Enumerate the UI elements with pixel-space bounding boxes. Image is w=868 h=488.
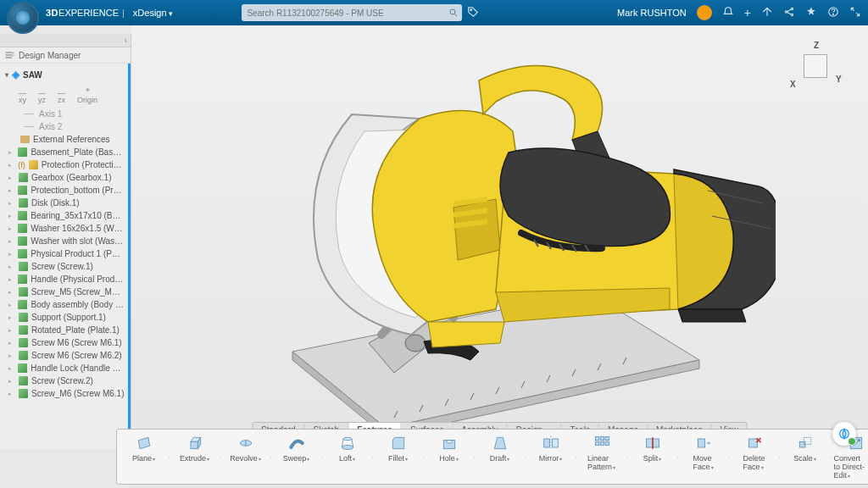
tree-item[interactable]: ▸Screw M6 (Screw M6.2) bbox=[2, 349, 126, 362]
tree-item[interactable]: ▸Body assembly (Body as... bbox=[2, 298, 126, 311]
caret-right-icon[interactable]: ▸ bbox=[8, 162, 14, 169]
tool-split[interactable]: Split▾ bbox=[631, 432, 675, 481]
tree-item[interactable]: ▸Gearbox (Gearbox.1) bbox=[2, 171, 126, 184]
tool-scale[interactable]: Scale▾ bbox=[783, 432, 827, 481]
header-right: Mark RUSHTON + bbox=[617, 5, 861, 20]
tree-item[interactable]: ▸Screw M6 (Screw M6.1) bbox=[2, 336, 126, 349]
svg-rect-60 bbox=[698, 439, 704, 447]
tree-item[interactable]: ▸Screw_M5 (Screw_M5.1) bbox=[2, 286, 126, 298]
caret-right-icon[interactable]: ▸ bbox=[8, 340, 15, 347]
tool-sweep[interactable]: Sweep▾ bbox=[275, 432, 319, 481]
tool-move-face[interactable]: MoveFace▾ bbox=[682, 432, 726, 481]
tree-item[interactable]: ▸Physical Product 1 (Physi... bbox=[2, 247, 126, 260]
tree-item[interactable]: ▸Handle (Physical Product... bbox=[2, 273, 126, 286]
tree-item[interactable]: ▸Bearing_35x17x10 (Beari... bbox=[2, 209, 126, 222]
sweep-icon bbox=[287, 434, 306, 452]
tree-item[interactable]: ▸Screw_M6 (Screw M6.1) bbox=[2, 387, 126, 400]
caret-right-icon[interactable]: ▸ bbox=[8, 200, 15, 207]
origin[interactable]: ⌖Origin bbox=[77, 86, 97, 104]
panel-collapse-bar[interactable]: ‹ bbox=[0, 34, 131, 47]
svg-rect-52 bbox=[595, 437, 598, 441]
tree-item[interactable]: ▸Disk (Disk.1) bbox=[2, 197, 126, 209]
help-icon[interactable] bbox=[827, 6, 839, 20]
caret-right-icon[interactable]: ▸ bbox=[8, 302, 14, 308]
notification-icon[interactable] bbox=[722, 6, 734, 20]
tree-root[interactable]: ▾ ◈ SAW bbox=[2, 67, 126, 82]
caret-right-icon[interactable]: ▸ bbox=[8, 175, 15, 181]
tool-linear-pattern[interactable]: LinearPattern▾ bbox=[580, 432, 624, 481]
axis-y-label: Y bbox=[836, 75, 842, 84]
tool-loft[interactable]: Loft▾ bbox=[326, 432, 370, 481]
caret-right-icon[interactable]: ▸ bbox=[8, 276, 14, 283]
svg-point-26 bbox=[405, 335, 426, 352]
tag-icon[interactable] bbox=[467, 6, 479, 20]
tree-item-label: Rotated_Plate (Plate.1) bbox=[31, 325, 120, 335]
tool-fillet[interactable]: Fillet▾ bbox=[376, 432, 420, 481]
part-icon bbox=[18, 363, 27, 373]
tool-label: Scale▾ bbox=[793, 454, 816, 463]
model-circular-saw[interactable] bbox=[199, 38, 776, 436]
assistant-fab[interactable] bbox=[832, 422, 856, 446]
tool-delete-face[interactable]: DeleteFace▾ bbox=[732, 432, 776, 481]
collaborate-icon[interactable] bbox=[783, 6, 795, 20]
caret-right-icon[interactable]: ▸ bbox=[8, 314, 15, 321]
caret-right-icon[interactable]: ▸ bbox=[8, 251, 14, 258]
caret-right-icon[interactable]: ▸ bbox=[8, 378, 15, 385]
community-icon[interactable] bbox=[805, 6, 817, 20]
tree-item[interactable]: ▸(f)Protection (Protection.1) bbox=[2, 158, 126, 171]
chevron-left-icon[interactable]: ‹ bbox=[125, 36, 127, 45]
compass-logo[interactable] bbox=[7, 2, 39, 34]
tool-hole[interactable]: Hole▾ bbox=[427, 432, 471, 481]
view-triad[interactable]: Z Y X bbox=[785, 42, 844, 102]
svg-rect-55 bbox=[595, 441, 598, 445]
tree-item[interactable]: ▸Washer 16x26x1.5 (Wash... bbox=[2, 222, 126, 235]
tool-extrude[interactable]: Extrude▾ bbox=[173, 432, 217, 481]
tool-draft[interactable]: Draft▾ bbox=[478, 432, 522, 481]
app-switcher[interactable]: xDesign bbox=[133, 8, 173, 18]
tool-label: DeleteFace▾ bbox=[743, 454, 765, 471]
caret-right-icon[interactable]: ▸ bbox=[8, 263, 15, 270]
tree-item[interactable]: ▸Screw (Screw.1) bbox=[2, 260, 126, 273]
svg-line-1 bbox=[455, 14, 458, 17]
3d-viewport[interactable]: Z Y X bbox=[131, 25, 868, 488]
tree-item[interactable]: ▸Support (Support.1) bbox=[2, 311, 126, 324]
axis-1[interactable]: Axis 1 bbox=[2, 108, 126, 120]
tree-item[interactable]: ▸Screw (Screw.2) bbox=[2, 374, 126, 387]
axis-2[interactable]: Axis 2 bbox=[2, 120, 126, 133]
svg-rect-56 bbox=[600, 441, 604, 445]
tree-item[interactable]: ▸Protection_bottom (Prote... bbox=[2, 184, 126, 197]
caret-right-icon[interactable]: ▸ bbox=[8, 352, 15, 359]
caret-right-icon[interactable]: ▸ bbox=[8, 213, 14, 219]
triad-cube[interactable] bbox=[804, 54, 827, 78]
caret-right-icon[interactable]: ▸ bbox=[8, 225, 14, 232]
tree-item[interactable]: ▸Washer with slot (Washer... bbox=[2, 235, 126, 247]
external-references[interactable]: External References bbox=[2, 133, 126, 146]
tree-item[interactable]: ▸Handle Lock (Handle Loc... bbox=[2, 362, 126, 374]
avatar[interactable] bbox=[697, 5, 712, 20]
share-icon[interactable] bbox=[761, 6, 773, 20]
design-manager-icon[interactable] bbox=[3, 49, 15, 61]
tool-revolve[interactable]: Revolve▾ bbox=[224, 432, 268, 481]
assembly-icon: ◈ bbox=[12, 69, 19, 80]
caret-right-icon[interactable]: ▸ bbox=[8, 327, 15, 334]
caret-right-icon[interactable]: ▸ bbox=[8, 187, 14, 194]
user-name[interactable]: Mark RUSHTON bbox=[617, 8, 687, 18]
tree-item[interactable]: ▸Rotated_Plate (Plate.1) bbox=[2, 324, 126, 336]
plane-zx[interactable]: zx bbox=[58, 86, 65, 104]
tree-item-label: Physical Product 1 (Physi... bbox=[31, 249, 125, 258]
expand-icon[interactable] bbox=[849, 6, 861, 20]
search-icon[interactable] bbox=[445, 4, 462, 21]
plane-xy[interactable]: xy bbox=[19, 86, 26, 104]
caret-right-icon[interactable]: ▸ bbox=[8, 365, 14, 372]
tree-item[interactable]: ▸Basement_Plate (Basem... bbox=[2, 146, 126, 158]
search-input[interactable] bbox=[242, 4, 462, 21]
plane-yz[interactable]: yz bbox=[38, 86, 46, 104]
tool-mirror[interactable]: Mirror▾ bbox=[529, 432, 573, 481]
caret-down-icon[interactable]: ▾ bbox=[5, 71, 8, 79]
add-icon[interactable]: + bbox=[744, 6, 751, 19]
caret-right-icon[interactable]: ▸ bbox=[8, 289, 15, 296]
caret-right-icon[interactable]: ▸ bbox=[8, 149, 14, 156]
caret-right-icon[interactable]: ▸ bbox=[8, 391, 15, 397]
tool-plane[interactable]: Plane▾ bbox=[122, 432, 166, 481]
caret-right-icon[interactable]: ▸ bbox=[8, 238, 14, 245]
